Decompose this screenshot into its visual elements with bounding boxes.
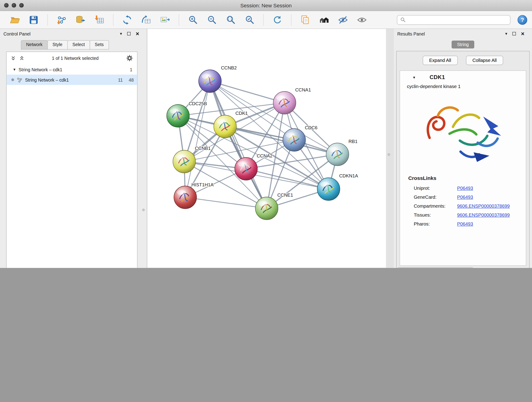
new-network-button[interactable] [121, 14, 133, 26]
network-canvas[interactable]: CCNB2CCNA1CDC25BCDK1CDC6RB1CCNB1CCNA2CDK… [147, 29, 386, 268]
main-toolbar: ? [0, 11, 532, 29]
close-window-button[interactable] [4, 3, 9, 8]
network-node-RB1[interactable] [326, 143, 349, 166]
collapse-all-button[interactable]: Collapse All [466, 56, 503, 65]
network-view-toolbar: String Network – cdk1 1 – 0 0 – 0 [147, 268, 386, 268]
crosslink-label: Uniprot: [414, 185, 457, 191]
node-label-CCNB2: CCNB2 [221, 65, 237, 70]
database-icon [75, 15, 86, 25]
network-node-CCNB1[interactable] [173, 150, 196, 173]
network-node-HIST1H1A[interactable] [174, 186, 196, 209]
zoom-in-icon [188, 15, 198, 25]
network-node-CDC25B[interactable] [167, 104, 190, 127]
import-network-file-button[interactable] [56, 14, 67, 26]
string-results-box: Expand All Collapse All ▾ CDK1 cyclin-de… [396, 51, 530, 268]
network-row-selected[interactable]: String Network – cdk1 11 48 [7, 75, 137, 85]
image-icon [160, 15, 170, 25]
save-icon [29, 15, 39, 25]
tab-select[interactable]: Select [67, 40, 90, 50]
crosslink-link-pharos[interactable]: P06493 [457, 221, 473, 226]
search-box [397, 15, 510, 25]
crosslink-link-tissues[interactable]: 9606.ENSP00000378699 [457, 212, 510, 217]
network-collection-row[interactable]: ▾ String Network – cdk1 1 [7, 64, 137, 75]
open-session-button[interactable] [9, 14, 21, 26]
control-panel-title: Control Panel [3, 31, 31, 36]
control-panel: Control Panel ▾ × NetworkStyleSelectSets… [0, 29, 147, 268]
zoom-in-button[interactable] [187, 14, 199, 26]
tab-sets[interactable]: Sets [89, 40, 109, 50]
edge-count: 48 [123, 77, 134, 83]
maximize-panel-icon[interactable] [127, 32, 131, 36]
search-input[interactable] [408, 17, 507, 22]
left-splitter-handle[interactable] [142, 209, 145, 211]
crosslink-label: GeneCard: [414, 194, 457, 200]
node-label-RB1: RB1 [348, 139, 357, 144]
section-expander-icon[interactable]: ▾ [413, 75, 415, 80]
network-edge-CCNB2-HIST1H1A[interactable] [185, 81, 210, 197]
crosslink-label: Pharos: [414, 221, 457, 226]
show-graphics-details-button[interactable] [356, 14, 368, 26]
close-panel-icon[interactable]: × [136, 31, 139, 37]
network-from-table-icon [141, 15, 151, 25]
zoom-fit-icon [225, 15, 236, 25]
network-edge-CCNB2-CCNA1[interactable] [210, 81, 285, 103]
hide-graphics-details-button[interactable] [337, 14, 349, 26]
toolbar-separator [263, 14, 264, 26]
crosslink-link-uniprot[interactable]: P06493 [457, 185, 473, 191]
network-edge-HIST1H1A-CCNE1[interactable] [185, 197, 267, 208]
expand-all-button[interactable]: Expand All [423, 56, 458, 65]
zoom-fit-button[interactable] [225, 14, 236, 26]
crosslinks-title: CrossLinks [408, 175, 526, 181]
home-button[interactable] [318, 14, 330, 26]
minimize-window-button[interactable] [12, 3, 16, 8]
maximize-panel-icon[interactable] [513, 32, 516, 36]
node-label-HIST1H1A: HIST1H1A [191, 182, 214, 187]
tab-style[interactable]: Style [47, 40, 68, 50]
toolbar-separator [179, 14, 179, 26]
duplicate-page-button[interactable] [299, 14, 311, 26]
crosslink-label: Compartments: [414, 203, 457, 209]
zoom-selected-icon [244, 15, 255, 25]
results-horizontal-scrollbar[interactable] [398, 267, 528, 268]
zoom-out-button[interactable] [206, 14, 218, 26]
zoom-window-button[interactable] [19, 3, 24, 8]
collection-count: 1 [130, 67, 137, 72]
network-node-CDK1[interactable] [214, 115, 236, 138]
crosslink-row: Compartments:9606.ENSP00000378699 [400, 201, 526, 211]
protein-structure-image [420, 94, 506, 170]
collapse-all-networks-icon[interactable] [19, 56, 25, 61]
network-node-CCNB2[interactable] [199, 70, 221, 93]
gear-icon[interactable] [126, 55, 133, 62]
import-table-button[interactable] [94, 14, 105, 26]
tab-network[interactable]: Network [21, 40, 48, 50]
tab-string[interactable]: String [452, 40, 474, 48]
crosslink-link-genecard[interactable]: P06493 [457, 194, 473, 200]
network-node-CCNE1[interactable] [255, 197, 278, 220]
crosslink-label: Tissues: [414, 212, 457, 217]
crosslink-link-compartments[interactable]: 9606.ENSP00000378699 [457, 203, 510, 209]
gene-description: cyclin-dependent kinase 1 [407, 84, 526, 89]
network-from-table-button[interactable] [140, 14, 152, 26]
collection-expander-icon[interactable]: ▾ [13, 67, 16, 72]
float-panel-icon[interactable]: ▾ [505, 32, 507, 36]
control-panel-tabs: NetworkStyleSelectSets [0, 40, 147, 50]
network-node-CCNA2[interactable] [235, 157, 258, 180]
zoom-selected-button[interactable] [244, 14, 255, 26]
node-label-CDC6: CDC6 [305, 125, 317, 130]
network-node-CDKN1A[interactable] [317, 178, 340, 201]
import-network-database-button[interactable] [75, 14, 86, 26]
expand-all-networks-icon[interactable] [11, 56, 16, 61]
network-edge-CCNB2-CCNE1[interactable] [210, 81, 267, 208]
export-image-button[interactable] [159, 14, 171, 26]
float-panel-icon[interactable]: ▾ [120, 32, 122, 36]
help-button[interactable]: ? [518, 15, 527, 25]
right-splitter-handle[interactable] [388, 153, 390, 156]
save-session-button[interactable] [28, 14, 40, 26]
close-panel-icon[interactable]: × [521, 31, 525, 37]
network-node-CCNA1[interactable] [273, 91, 296, 114]
gene-section: ▾ CDK1 cyclin-dependent kinase 1 [400, 70, 526, 266]
network-node-CDC6[interactable] [283, 128, 306, 151]
crosslinks-rows: Uniprot:P06493GeneCard:P06493Compartment… [400, 184, 526, 228]
apply-layout-button[interactable] [272, 14, 283, 26]
import-network-icon [56, 15, 67, 25]
